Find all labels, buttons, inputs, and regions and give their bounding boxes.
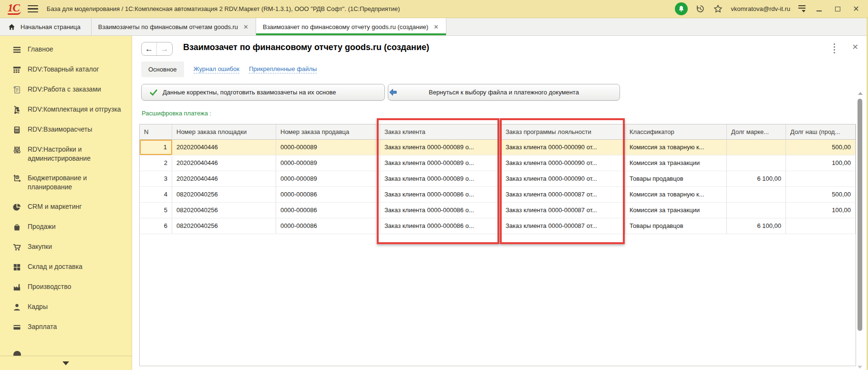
sidebar-item-4[interactable]: RDV:Взаиморасчеты: [0, 120, 132, 140]
cell-loyalty_order[interactable]: Заказ клиента 0000-000090 от...: [501, 155, 625, 171]
column-header-order_marketplace[interactable]: Номер заказа площадки: [172, 124, 276, 139]
window-tab-0[interactable]: Взаимозачеты по финансовым отчетам goods…: [92, 18, 256, 35]
notification-center-icon[interactable]: [675, 2, 688, 15]
cell-client_order[interactable]: Заказ клиента 0000-000089 о...: [380, 155, 501, 171]
cell-client_order[interactable]: Заказ клиента 0000-000089 о...: [380, 140, 501, 155]
sidebar-item-7[interactable]: CRM и маркетинг: [0, 197, 132, 217]
column-header-client_order[interactable]: Заказ клиента: [380, 124, 501, 139]
table-row-5[interactable]: 50820200402560000-000086Заказ клиента 00…: [140, 203, 856, 218]
cell-debt_marketplace[interactable]: [727, 187, 786, 202]
sidebar-item-9[interactable]: Закупки: [0, 237, 132, 257]
sidebar-item-0[interactable]: Главное: [0, 40, 132, 60]
form-nav-tab-2[interactable]: Прикрепленные файлы: [249, 65, 317, 73]
cell-order_seller[interactable]: 0000-000086: [276, 203, 380, 218]
cell-debt_marketplace[interactable]: 6 100,00: [727, 218, 786, 234]
scroll-up-arrow-icon[interactable]: [858, 92, 863, 95]
sidebar-item-3[interactable]: RDV:Комплектация и отгрузка: [0, 100, 132, 120]
cell-order_seller[interactable]: 0000-000089: [276, 140, 380, 155]
favorites-star-icon[interactable]: [713, 4, 723, 14]
cell-order_marketplace[interactable]: 082020040256: [172, 187, 276, 202]
column-header-order_seller[interactable]: Номер заказа продавца: [276, 124, 380, 139]
sidebar-item-6[interactable]: Бюджетирование и планирование: [0, 168, 132, 197]
more-actions-button[interactable]: [830, 43, 838, 53]
column-header-loyalty_order[interactable]: Заказ программы лояльности: [501, 124, 625, 139]
table-row-4[interactable]: 40820200402560000-000086Заказ клиента 00…: [140, 187, 856, 203]
sidebar-item-8[interactable]: Продажи: [0, 217, 132, 237]
sidebar-item-11[interactable]: Производство: [0, 277, 132, 297]
form-nav-tab-0[interactable]: Основное: [141, 62, 184, 77]
back-button[interactable]: ←: [142, 42, 157, 55]
cell-loyalty_order[interactable]: Заказ клиента 0000-000090 от...: [501, 171, 625, 186]
cell-loyalty_order[interactable]: Заказ клиента 0000-000087 от...: [501, 187, 625, 202]
service-menu-icon[interactable]: [798, 5, 806, 12]
cell-classifier[interactable]: Комиссия за транзакции: [625, 203, 727, 218]
cell-order_marketplace[interactable]: 202020040446: [172, 171, 276, 186]
cell-debt_ours[interactable]: 100,00: [786, 203, 856, 218]
cell-order_seller[interactable]: 0000-000089: [276, 171, 380, 186]
table-row-6[interactable]: 60820200402560000-000086Заказ клиента 00…: [140, 218, 856, 234]
window-tab-1[interactable]: Взаимозачет по финансовому отчету goods.…: [256, 18, 446, 35]
scroll-down-arrow-icon[interactable]: [858, 366, 862, 369]
cell-order_marketplace[interactable]: 202020040446: [172, 140, 276, 155]
history-icon[interactable]: [696, 4, 705, 14]
cell-order_marketplace[interactable]: 202020040446: [172, 155, 276, 171]
forward-button[interactable]: →: [157, 42, 172, 55]
table-row-2[interactable]: 22020200404460000-000089Заказ клиента 00…: [140, 155, 856, 171]
home-tab[interactable]: Начальная страница: [0, 18, 92, 35]
cell-debt_ours[interactable]: 100,00: [786, 155, 856, 171]
confirm-data-button[interactable]: Данные корректны, подготовить взаимозаче…: [141, 84, 385, 101]
cell-n[interactable]: 1: [140, 140, 172, 155]
cell-n[interactable]: 6: [140, 218, 172, 234]
sidebar-item-1[interactable]: RDV:Товарный каталог: [0, 60, 132, 80]
cell-order_seller[interactable]: 0000-000089: [276, 155, 380, 171]
table-row-3[interactable]: 32020200404460000-000089Заказ клиента 00…: [140, 171, 856, 187]
cell-loyalty_order[interactable]: Заказ клиента 0000-000090 от...: [501, 140, 625, 155]
cell-order_marketplace[interactable]: 082020040256: [172, 218, 276, 234]
column-header-n[interactable]: N: [140, 124, 172, 139]
cell-classifier[interactable]: Комиссия за товарную к...: [625, 140, 727, 155]
maximize-button[interactable]: [832, 5, 843, 13]
cell-order_marketplace[interactable]: 082020040256: [172, 203, 276, 218]
cell-classifier[interactable]: Комиссия за транзакции: [625, 155, 727, 171]
tab-close-icon[interactable]: ✕: [433, 23, 439, 31]
cell-debt_ours[interactable]: 500,00: [786, 187, 856, 202]
return-to-file-button[interactable]: Вернуться к выбору файла и платежного до…: [388, 84, 620, 101]
cell-debt_marketplace[interactable]: [727, 203, 786, 218]
cell-order_seller[interactable]: 0000-000086: [276, 218, 380, 234]
cell-classifier[interactable]: Комиссия за товарную к...: [625, 187, 727, 202]
sidebar-item-10[interactable]: Склад и доставка: [0, 257, 132, 277]
cell-client_order[interactable]: Заказ клиента 0000-000086 о...: [380, 218, 501, 234]
sidebar-item-12[interactable]: Кадры: [0, 297, 132, 317]
form-close-button[interactable]: ✕: [852, 42, 858, 51]
cell-loyalty_order[interactable]: Заказ клиента 0000-000087 от...: [501, 203, 625, 218]
cell-debt_marketplace[interactable]: [727, 155, 786, 171]
cell-debt_ours[interactable]: [786, 218, 856, 234]
cell-n[interactable]: 4: [140, 187, 172, 202]
cell-loyalty_order[interactable]: Заказ клиента 0000-000087 от...: [501, 218, 625, 234]
sidebar-item-13[interactable]: Зарплата: [0, 317, 132, 337]
minimize-button[interactable]: [814, 5, 824, 13]
column-header-classifier[interactable]: Классификатор: [625, 124, 727, 139]
cell-client_order[interactable]: Заказ клиента 0000-000086 о...: [380, 203, 501, 218]
sidebar-expand-button[interactable]: [0, 356, 132, 370]
cell-debt_ours[interactable]: [786, 171, 856, 186]
form-nav-tab-1[interactable]: Журнал ошибок: [194, 65, 239, 73]
main-menu-icon[interactable]: [28, 3, 38, 15]
sidebar-item-5[interactable]: RDV:Настройки и администрирование: [0, 140, 132, 168]
window-close-button[interactable]: ✕: [851, 4, 861, 13]
cell-n[interactable]: 3: [140, 171, 172, 186]
cell-n[interactable]: 5: [140, 203, 172, 218]
cell-debt_ours[interactable]: 500,00: [786, 140, 856, 155]
table-row-1[interactable]: 12020200404460000-000089Заказ клиента 00…: [140, 140, 856, 155]
cell-client_order[interactable]: Заказ клиента 0000-000086 о...: [380, 187, 501, 202]
cell-debt_marketplace[interactable]: 6 100,00: [727, 171, 786, 186]
column-header-debt_marketplace[interactable]: Долг марке...: [727, 124, 786, 139]
cell-order_seller[interactable]: 0000-000086: [276, 187, 380, 202]
cell-n[interactable]: 2: [140, 155, 172, 171]
user-email[interactable]: vkomratova@rdv-it.ru: [731, 5, 790, 12]
tab-close-icon[interactable]: ✕: [243, 23, 249, 31]
scrollbar-thumb[interactable]: [858, 99, 862, 331]
sidebar-item-2[interactable]: RDV:Работа с заказами: [0, 80, 132, 100]
cell-client_order[interactable]: Заказ клиента 0000-000089 о...: [380, 171, 501, 186]
column-header-debt_ours[interactable]: Долг наш (прод...: [786, 124, 856, 139]
